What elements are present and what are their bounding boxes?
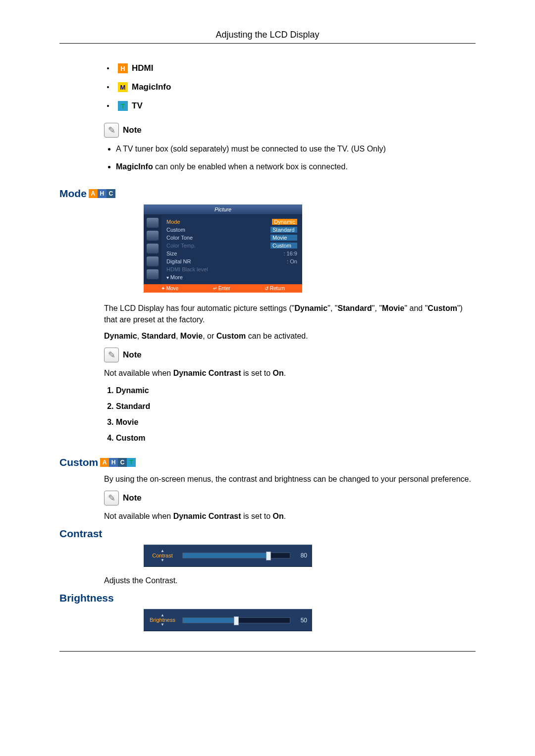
tv-icon: T: [118, 101, 128, 111]
a-icon: A: [100, 458, 109, 467]
input-label: TV: [132, 101, 143, 111]
osd-row-color-temp: Color Temp. Custom: [166, 242, 297, 250]
note-label: Note: [123, 125, 142, 135]
contrast-slider-figure: ▲ Contrast ▼ 80: [144, 545, 476, 567]
osd-more-label: More: [166, 274, 183, 280]
bullet-icon: [107, 67, 109, 69]
note-magicinfo-bold: MagicInfo: [116, 162, 153, 171]
header-rule: [59, 43, 476, 44]
osd-foot-move: ✦ Move: [161, 286, 178, 291]
top-inputs-block: H HDMI M MagicInfo T TV ✎ Note A TV tune…: [104, 63, 476, 173]
contrast-slider-panel: ▲ Contrast ▼ 80: [144, 545, 312, 567]
t-icon: T: [127, 458, 136, 467]
page-title: Adjusting the LCD Display: [59, 30, 476, 40]
osd-row-size: Size : 16:9: [166, 250, 297, 257]
h-icon: H: [109, 458, 118, 467]
contrast-text-block: Adjusts the Contrast.: [104, 575, 476, 586]
magicinfo-icon: M: [118, 82, 128, 92]
contrast-slider-fill: [183, 553, 268, 558]
osd-value: : On: [287, 258, 297, 264]
custom-text-block: By using the on-screen menus, the contra…: [104, 473, 476, 522]
note-magicinfo: MagicInfo can only be enabled when a net…: [116, 161, 476, 172]
brightness-slider-fill: [183, 618, 236, 623]
bullet-icon: [107, 86, 109, 88]
c-icon: C: [118, 458, 127, 467]
section-title-text: Contrast: [59, 528, 102, 540]
osd-row-mode: Mode Dynamic: [166, 218, 297, 226]
osd-value: Dynamic: [272, 219, 297, 225]
osd-row-custom: Custom Standard: [166, 226, 297, 234]
osd-value: Standard: [270, 227, 297, 233]
brightness-slider-thumb[interactable]: [234, 616, 239, 625]
osd-body: Mode Dynamic Custom Standard Color Tone …: [144, 215, 302, 284]
contrast-slider-thumb[interactable]: [266, 552, 271, 560]
mode-osd-figure: Picture Mode Dynamic Custom St: [144, 204, 476, 293]
mode-applies-icons: A H C: [89, 189, 115, 198]
osd-side-icons: [144, 215, 161, 284]
contrast-body: Adjusts the Contrast.: [104, 575, 476, 586]
mode-option-standard: Standard: [116, 402, 476, 411]
osd-side-icon: [147, 231, 159, 241]
osd-label: HDMI Black level: [166, 266, 208, 272]
custom-applies-icons: A H C T: [100, 458, 136, 467]
brightness-slider-label-col: ▲ Brightness ▼: [149, 613, 176, 627]
input-source-list: H HDMI M MagicInfo T TV: [104, 63, 476, 111]
note-header: ✎ Note: [104, 348, 476, 362]
c-icon: C: [107, 189, 115, 198]
osd-foot-return: ↺ Return: [265, 286, 285, 291]
input-item-magicinfo: M MagicInfo: [104, 82, 476, 92]
note-label: Note: [123, 493, 142, 503]
note-label: Note: [123, 350, 142, 360]
brightness-slider-value: 50: [296, 617, 307, 624]
osd-label: Color Temp.: [166, 243, 196, 249]
note-icon: ✎: [104, 491, 119, 505]
mode-text-block: The LCD Display has four automatic pictu…: [104, 302, 476, 443]
osd-side-icon: [147, 269, 159, 279]
section-title-custom: Custom A H C T: [59, 456, 476, 468]
osd-main: Mode Dynamic Custom Standard Color Tone …: [161, 215, 302, 284]
mode-option-custom: Custom: [116, 434, 476, 443]
osd-row-digital-nr: Digital NR : On: [166, 257, 297, 265]
mode-options-list: Dynamic Standard Movie Custom: [104, 386, 476, 443]
brightness-slider-figure: ▲ Brightness ▼ 50: [144, 609, 476, 631]
osd-row-more: More: [166, 273, 297, 281]
osd-panel: Picture Mode Dynamic Custom St: [144, 204, 302, 293]
section-title-mode: Mode A H C: [59, 188, 476, 200]
note-icon: ✎: [104, 123, 119, 138]
section-title-text: Mode: [59, 188, 87, 200]
osd-side-icon: [147, 244, 159, 253]
section-title-text: Brightness: [59, 592, 114, 604]
mode-intro-text: The LCD Display has four automatic pictu…: [104, 302, 476, 325]
osd-label: Size: [166, 251, 177, 256]
bullet-icon: [107, 105, 109, 107]
hdmi-icon: H: [118, 63, 128, 73]
section-title-contrast: Contrast: [59, 528, 476, 540]
osd-value: : 16:9: [283, 251, 297, 256]
osd-label: Color Tone: [166, 235, 193, 241]
note-header: ✎ Note: [104, 491, 476, 505]
mode-note-body: Not available when Dynamic Contrast is s…: [104, 367, 476, 379]
osd-label: Mode: [166, 219, 180, 225]
a-icon: A: [89, 189, 98, 198]
brightness-slider-track[interactable]: [182, 617, 290, 623]
osd-side-icon: [147, 256, 159, 266]
osd-row-hdmi-black: HDMI Black level: [166, 265, 297, 273]
mode-activate-text: Dynamic, Standard, Movie, or Custom can …: [104, 330, 476, 342]
chevron-down-icon: ▼: [160, 558, 164, 562]
mode-option-dynamic: Dynamic: [116, 386, 476, 395]
input-label: HDMI: [132, 63, 153, 73]
osd-foot-enter: ↵ Enter: [213, 286, 230, 291]
mode-option-movie: Movie: [116, 418, 476, 427]
note-magicinfo-rest: can only be enabled when a network box i…: [153, 162, 348, 171]
osd-footer: ✦ Move ↵ Enter ↺ Return: [144, 284, 302, 293]
contrast-slider-track[interactable]: [182, 553, 290, 558]
top-note-list: A TV tuner box (sold separately) must be…: [104, 144, 476, 173]
brightness-slider-panel: ▲ Brightness ▼ 50: [144, 609, 312, 631]
custom-note-body: Not available when Dynamic Contrast is s…: [104, 510, 476, 522]
osd-value: Movie: [270, 235, 297, 241]
note-tv-tuner: A TV tuner box (sold separately) must be…: [116, 144, 476, 154]
contrast-slider-value: 80: [296, 552, 307, 559]
section-title-text: Custom: [59, 456, 98, 468]
osd-label: Digital NR: [166, 258, 191, 264]
osd-value: Custom: [270, 243, 297, 249]
